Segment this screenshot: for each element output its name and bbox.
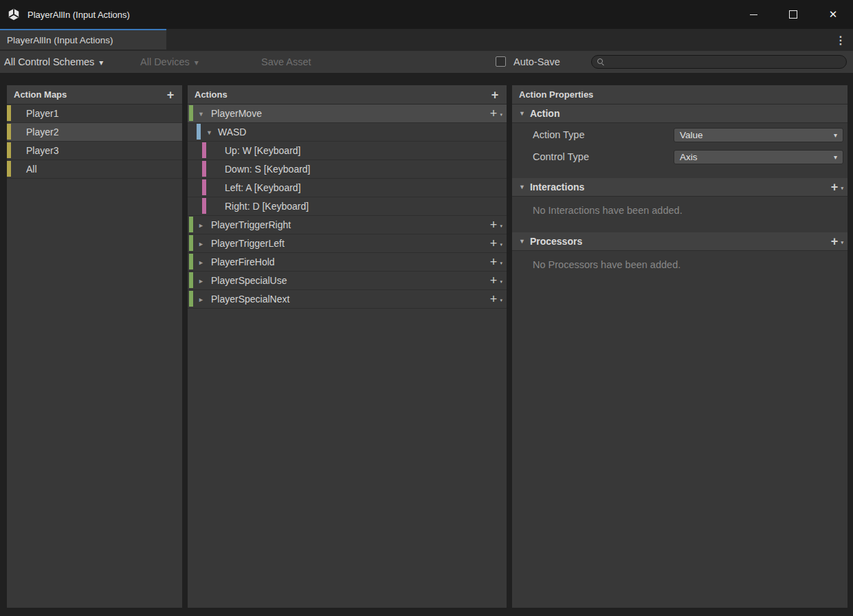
foldout-collapsed-icon[interactable] [198,216,204,234]
action-map-label: All [26,164,37,175]
foldout-expanded-icon[interactable] [519,184,525,190]
add-binding-button[interactable] [489,239,498,248]
foldout-expanded-icon[interactable] [519,238,525,245]
action-map-color-strip [7,161,11,177]
save-asset-label: Save Asset [261,56,311,67]
add-action-button[interactable] [490,90,500,100]
control-schemes-label: All Control Schemes [4,56,94,67]
maximize-button[interactable] [773,0,813,29]
action-row[interactable]: PlayerFireHold [188,253,507,272]
interactions-section-title: Interactions [530,182,584,192]
devices-dropdown[interactable]: All Devices [140,51,199,73]
binding-row[interactable]: Left: A [Keyboard] [188,179,507,197]
foldout-expanded-icon[interactable] [198,104,204,123]
binding-label: Up: W [Keyboard] [225,145,301,156]
unity-logo-icon [7,8,21,21]
composite-row[interactable]: WASD [188,123,507,142]
binding-row[interactable]: Right: D [Keyboard] [188,197,507,216]
foldout-expanded-icon[interactable] [206,123,212,142]
action-label: PlayerMove [211,108,262,119]
add-interaction-button[interactable] [830,182,839,192]
add-binding-button[interactable] [489,109,498,118]
kebab-menu-icon[interactable] [835,29,846,51]
add-action-map-button[interactable] [166,90,175,100]
action-row[interactable]: PlayerSpecialUse [188,272,507,290]
action-map-row[interactable]: Player1 [7,104,182,123]
add-binding-button[interactable] [489,220,498,230]
action-row[interactable]: PlayerTriggerRight [188,216,507,234]
chevron-down-icon [834,153,837,161]
binding-row[interactable]: Down: S [Keyboard] [188,160,507,179]
action-map-label: Player2 [26,126,58,138]
search-input[interactable] [608,56,841,68]
save-asset-button[interactable]: Save Asset [261,51,311,73]
add-binding-button[interactable] [489,294,498,304]
action-type-dropdown[interactable]: Value [674,128,843,142]
actions-header: Actions [188,85,507,104]
action-map-row[interactable]: All [7,160,182,179]
tab-bar: PlayerAllIn (Input Actions) [0,29,853,51]
action-map-color-strip [7,142,11,158]
control-type-row: Control Type Axis [512,146,848,167]
foldout-collapsed-icon[interactable] [198,234,204,253]
action-row[interactable]: PlayerMove [188,104,507,123]
foldout-collapsed-icon[interactable] [198,272,204,290]
actions-panel: Actions PlayerMove WASD Up: W [Keyboard]… [188,85,507,608]
interactions-section-bar[interactable]: Interactions [512,178,848,197]
action-map-label: Player3 [26,145,58,156]
foldout-collapsed-icon[interactable] [198,253,204,272]
processors-section-bar[interactable]: Processors [512,232,848,251]
toolbar: All Control Schemes All Devices Save Ass… [0,51,853,73]
add-binding-button[interactable] [489,276,498,285]
action-label: PlayerTriggerLeft [211,238,285,249]
action-properties-panel: Action Properties Action Action Type Val… [512,85,848,608]
action-type-label: Action Type [533,129,674,140]
foldout-expanded-icon[interactable] [519,110,525,117]
action-color-strip [189,254,193,270]
action-maps-title: Action Maps [14,89,67,100]
add-binding-button[interactable] [489,257,498,267]
search-box[interactable] [591,55,847,69]
control-type-dropdown[interactable]: Axis [674,150,843,164]
tab-input-actions[interactable]: PlayerAllIn (Input Actions) [0,29,166,50]
composite-label: WASD [218,126,246,138]
action-label: PlayerFireHold [211,256,275,267]
action-label: PlayerSpecialUse [211,275,287,286]
close-button[interactable] [813,0,853,29]
action-section-bar[interactable]: Action [512,104,848,123]
close-icon [829,8,838,21]
action-label: PlayerTriggerRight [211,219,291,230]
action-properties-header: Action Properties [512,85,848,104]
action-map-row[interactable]: Player3 [7,142,182,160]
tab-label: PlayerAllIn (Input Actions) [7,35,113,45]
devices-label: All Devices [140,56,190,67]
minimize-button[interactable] [733,0,773,29]
title-bar: PlayerAllIn (Input Actions) [0,0,853,29]
action-color-strip [189,105,193,121]
binding-label: Down: S [Keyboard] [225,164,311,175]
add-processor-button[interactable] [830,236,839,246]
control-type-value: Axis [680,152,698,162]
action-section-title: Action [530,108,560,119]
window-title: PlayerAllIn (Input Actions) [27,10,130,20]
binding-color-strip [202,179,206,195]
action-maps-header: Action Maps [7,85,182,104]
action-map-row[interactable]: Player2 [7,123,182,142]
minimize-icon [750,14,757,15]
action-row[interactable]: PlayerTriggerLeft [188,234,507,253]
action-row[interactable]: PlayerSpecialNext [188,290,507,309]
binding-color-strip [202,142,206,158]
binding-row[interactable]: Up: W [Keyboard] [188,142,507,160]
auto-save-label: Auto-Save [513,51,560,73]
action-color-strip [189,235,193,251]
binding-label: Left: A [Keyboard] [225,182,301,193]
foldout-collapsed-icon[interactable] [198,290,204,309]
binding-color-strip [202,198,206,214]
search-icon [597,58,604,65]
auto-save-checkbox[interactable] [496,56,506,67]
control-schemes-dropdown[interactable]: All Control Schemes [4,51,103,73]
chevron-down-icon [834,131,837,139]
maximize-icon [789,10,797,19]
binding-label: Right: D [Keyboard] [225,201,309,212]
chevron-down-icon [94,56,103,67]
